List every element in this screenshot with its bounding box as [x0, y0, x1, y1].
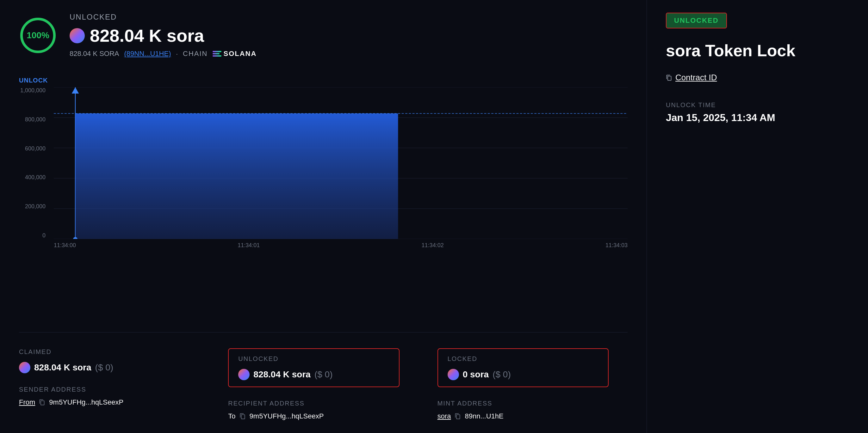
locked-stat-label: LOCKED — [447, 355, 598, 363]
header-info: UNLOCKED 828.04 K sora 828.04 K SORA (89… — [70, 13, 256, 58]
unlocked-box: UNLOCKED 828.04 K sora ($ 0) — [228, 348, 399, 387]
dot-separator: · — [176, 50, 178, 58]
chart-container: 1,000,000 800,000 600,000 400,000 200,00… — [19, 87, 628, 252]
mint-address-value: sora 89nn...U1hE — [437, 412, 609, 420]
status-badge-wrapper: UNLOCKED — [666, 13, 849, 28]
sender-copy-icon[interactable] — [39, 399, 45, 405]
x-label-3: 11:34:02 — [422, 242, 444, 249]
recipient-address-value: To 9m5YUFHg...hqLSeexP — [228, 412, 399, 420]
contract-id-link[interactable]: Contract ID — [675, 73, 717, 82]
y-label-2: 800,000 — [25, 116, 45, 123]
subtitle-amount: 828.04 K SORA — [70, 49, 119, 58]
y-label-3: 600,000 — [25, 145, 45, 152]
contract-title: sora Token Lock — [666, 41, 849, 60]
claimed-col: CLAIMED 828.04 K sora ($ 0) SENDER ADDRE… — [19, 348, 209, 420]
mint-name: sora — [437, 412, 451, 420]
contract-id-row: Contract ID — [666, 73, 849, 82]
header-amount: 828.04 K sora — [90, 25, 204, 46]
locked-stat-value: 0 sora ($ 0) — [447, 369, 598, 380]
sender-address-value: From 9m5YUFHg...hqLSeexP — [19, 398, 190, 406]
address-link[interactable]: (89NN...U1HE) — [124, 49, 171, 58]
recipient-to: To — [228, 412, 235, 420]
chart-svg-area — [54, 87, 628, 239]
y-label-4: 400,000 — [25, 174, 45, 181]
bottom-section: CLAIMED 828.04 K sora ($ 0) SENDER ADDRE… — [19, 332, 628, 420]
sender-address: 9m5YUFHg...hqLSeexP — [49, 398, 123, 406]
token-icon-large — [70, 28, 85, 43]
subtitle-row: 828.04 K SORA (89NN...U1HE) · CHAIN SOLA… — [70, 49, 256, 58]
chart-unlock-label: UNLOCK — [19, 77, 628, 84]
claimed-usd: ($ 0) — [95, 363, 114, 373]
status-badge: UNLOCKED — [666, 13, 727, 28]
solana-stripe-1 — [213, 51, 221, 52]
unlock-time-label: UNLOCK TIME — [666, 101, 849, 109]
claimed-label: CLAIMED — [19, 348, 190, 356]
contract-id-copy-icon[interactable] — [666, 75, 672, 81]
left-panel: 100% UNLOCKED 828.04 K sora 828.04 K SOR… — [0, 0, 647, 433]
chart-section: UNLOCK 1,000,000 800,000 600,000 400,000… — [19, 77, 628, 332]
y-label-1: 1,000,000 — [20, 87, 45, 94]
solana-stripes — [213, 51, 221, 57]
recipient-address: 9m5YUFHg...hqLSeexP — [250, 412, 324, 420]
right-panel: UNLOCKED sora Token Lock Contract ID UNL… — [647, 0, 868, 433]
y-label-5: 200,000 — [25, 203, 45, 210]
main-container: 100% UNLOCKED 828.04 K sora 828.04 K SOR… — [0, 0, 868, 433]
sender-from-link[interactable]: From — [19, 398, 35, 406]
recipient-label: RECIPIENT ADDRESS — [228, 400, 399, 407]
mint-label: MINT ADDRESS — [437, 400, 609, 407]
unlock-time-section: UNLOCK TIME Jan 15, 2025, 11:34 AM — [666, 92, 849, 124]
header-section: 100% UNLOCKED 828.04 K sora 828.04 K SOR… — [19, 13, 628, 58]
y-label-6: 0 — [42, 232, 45, 239]
solana-text: SOLANA — [223, 49, 256, 58]
token-icon-unlocked — [238, 369, 250, 380]
x-label-1: 11:34:00 — [54, 242, 76, 249]
mint-copy-icon[interactable] — [455, 413, 461, 420]
unlock-time-value: Jan 15, 2025, 11:34 AM — [666, 112, 849, 124]
token-icon-claimed — [19, 362, 30, 373]
progress-circle: 100% — [19, 16, 57, 54]
recipient-copy-icon[interactable] — [240, 413, 246, 420]
chart-y-axis: 1,000,000 800,000 600,000 400,000 200,00… — [19, 87, 51, 239]
solana-stripe-3 — [213, 55, 221, 57]
unlocked-usd: ($ 0) — [314, 369, 333, 379]
claimed-value: 828.04 K sora ($ 0) — [19, 362, 190, 373]
chart-x-axis: 11:34:00 11:34:01 11:34:02 11:34:03 — [54, 239, 628, 252]
unlocked-col: UNLOCKED 828.04 K sora ($ 0) RECIPIENT A… — [209, 348, 418, 420]
claimed-amount: 828.04 K sora — [34, 363, 91, 373]
x-label-4: 11:34:03 — [606, 242, 628, 249]
mint-address: 89nn...U1hE — [465, 412, 503, 420]
locked-col: LOCKED 0 sora ($ 0) MINT ADDRESS sora 89… — [418, 348, 628, 420]
unlocked-stat-value: 828.04 K sora ($ 0) — [238, 369, 389, 380]
locked-usd: ($ 0) — [493, 369, 511, 379]
unlocked-stat-label: UNLOCKED — [238, 355, 389, 363]
token-amount-header: 828.04 K sora — [70, 25, 256, 46]
token-icon-locked — [447, 369, 459, 380]
locked-box: LOCKED 0 sora ($ 0) — [437, 348, 609, 387]
progress-text: 100% — [27, 30, 49, 40]
sender-label: SENDER ADDRESS — [19, 386, 190, 393]
solana-icon: SOLANA — [213, 49, 256, 58]
unlocked-amount: 828.04 K sora — [253, 369, 311, 379]
chain-label: CHAIN — [183, 49, 208, 58]
locked-amount: 0 sora — [463, 369, 489, 379]
header-unlocked-label: UNLOCKED — [70, 13, 256, 22]
svg-rect-10 — [75, 113, 398, 239]
x-label-2: 11:34:01 — [238, 242, 260, 249]
solana-stripe-2 — [213, 53, 220, 54]
svg-marker-9 — [72, 87, 79, 94]
